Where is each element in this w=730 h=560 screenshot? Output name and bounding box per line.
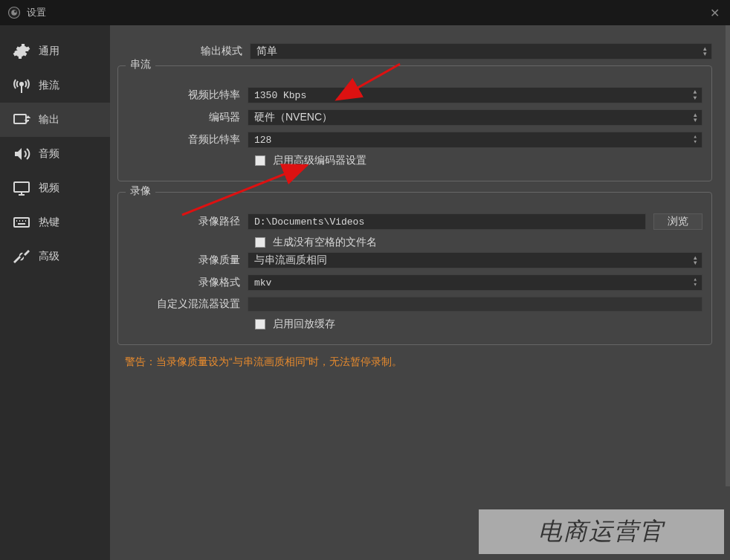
monitor-icon	[12, 178, 31, 198]
sidebar-item-hotkeys[interactable]: 热键	[0, 205, 110, 239]
sidebar-item-stream[interactable]: 推流	[0, 68, 110, 103]
sidebar-label: 热键	[39, 216, 59, 229]
window-title: 设置	[27, 6, 46, 19]
obs-icon	[7, 6, 21, 19]
chevron-updown-icon: ▴▾	[694, 135, 697, 145]
speaker-icon	[12, 144, 31, 164]
svg-rect-5	[14, 115, 26, 123]
label-encoder: 编码器	[127, 111, 248, 124]
sidebar-label: 通用	[39, 45, 59, 58]
input-muxer[interactable]	[248, 297, 702, 312]
select-format[interactable]: mkv ▴▾	[248, 274, 702, 291]
label-advanced-encoder: 启用高级编码器设置	[273, 154, 366, 167]
watermark: 电商运营官	[479, 509, 724, 554]
sidebar-item-audio[interactable]: 音频	[0, 137, 110, 171]
titlebar: 设置 ✕	[0, 0, 730, 25]
sidebar-label: 音频	[39, 147, 59, 161]
spinner-icon[interactable]: ▲▼	[690, 88, 700, 103]
label-output-mode: 输出模式	[117, 45, 250, 58]
label-no-space-filename: 生成没有空格的文件名	[273, 236, 377, 249]
sidebar-item-output[interactable]: 输出	[0, 103, 110, 137]
main-panel: 输出模式 简单 ▴▾ 串流 视频比特率 1350 Kbps ▲▼ 编码器	[110, 25, 730, 560]
sidebar-item-advanced[interactable]: 高级	[0, 239, 110, 274]
label-quality: 录像质量	[127, 254, 248, 267]
svg-rect-9	[14, 218, 29, 227]
keyboard-icon	[12, 213, 31, 232]
checkbox-no-space-filename[interactable]	[255, 237, 265, 248]
content: 通用 推流 输出 音频 视频	[0, 25, 730, 560]
chevron-updown-icon: ▴▾	[694, 277, 697, 288]
input-path[interactable]: D:\Documents\Videos	[248, 213, 646, 230]
chevron-updown-icon: ▴▾	[694, 112, 697, 123]
label-path: 录像路径	[127, 215, 248, 228]
antenna-icon	[12, 76, 31, 95]
fieldset-recording: 录像 录像路径 D:\Documents\Videos 浏览 生成没有空格的文件…	[117, 192, 712, 345]
sidebar-item-video[interactable]: 视频	[0, 171, 110, 205]
select-audio-bitrate[interactable]: 128 ▴▾	[248, 132, 702, 148]
svg-rect-6	[14, 182, 29, 192]
scrollbar[interactable]	[726, 25, 730, 486]
warning-text: 警告：当录像质量设为“与串流画质相同”时，无法暂停录制。	[125, 355, 712, 369]
sidebar-label: 视频	[39, 181, 59, 195]
row-output-mode: 输出模式 简单 ▴▾	[117, 43, 712, 59]
browse-button[interactable]: 浏览	[653, 213, 702, 230]
label-format: 录像格式	[127, 276, 248, 289]
sidebar-item-general[interactable]: 通用	[0, 34, 110, 68]
checkbox-replay-buffer[interactable]	[255, 319, 265, 329]
svg-point-2	[14, 10, 16, 13]
svg-point-1	[11, 10, 17, 16]
select-output-mode[interactable]: 简单 ▴▾	[250, 43, 712, 59]
select-encoder[interactable]: 硬件（NVENC） ▴▾	[248, 109, 702, 126]
tools-icon	[12, 247, 31, 266]
gear-icon	[12, 42, 31, 61]
sidebar-label: 高级	[39, 250, 59, 263]
sidebar-label: 输出	[39, 113, 59, 126]
label-video-bitrate: 视频比特率	[127, 88, 248, 102]
legend-stream: 串流	[126, 58, 155, 71]
chevron-updown-icon: ▴▾	[703, 46, 707, 57]
checkbox-advanced-encoder[interactable]	[255, 155, 265, 166]
close-button[interactable]: ✕	[710, 6, 720, 20]
sidebar-label: 推流	[39, 79, 59, 92]
fieldset-stream: 串流 视频比特率 1350 Kbps ▲▼ 编码器 硬件（NVENC） ▴▾	[117, 65, 712, 181]
label-replay-buffer: 启用回放缓存	[273, 318, 335, 331]
output-icon	[12, 110, 31, 129]
label-audio-bitrate: 音频比特率	[127, 133, 248, 147]
legend-recording: 录像	[126, 184, 155, 198]
svg-point-3	[20, 83, 23, 86]
scrollbar-thumb[interactable]	[726, 25, 730, 486]
sidebar: 通用 推流 输出 音频 视频	[0, 25, 110, 560]
input-video-bitrate[interactable]: 1350 Kbps ▲▼	[248, 87, 702, 103]
label-muxer: 自定义混流器设置	[127, 297, 248, 311]
chevron-updown-icon: ▴▾	[694, 255, 697, 265]
select-quality[interactable]: 与串流画质相同 ▴▾	[248, 252, 702, 268]
